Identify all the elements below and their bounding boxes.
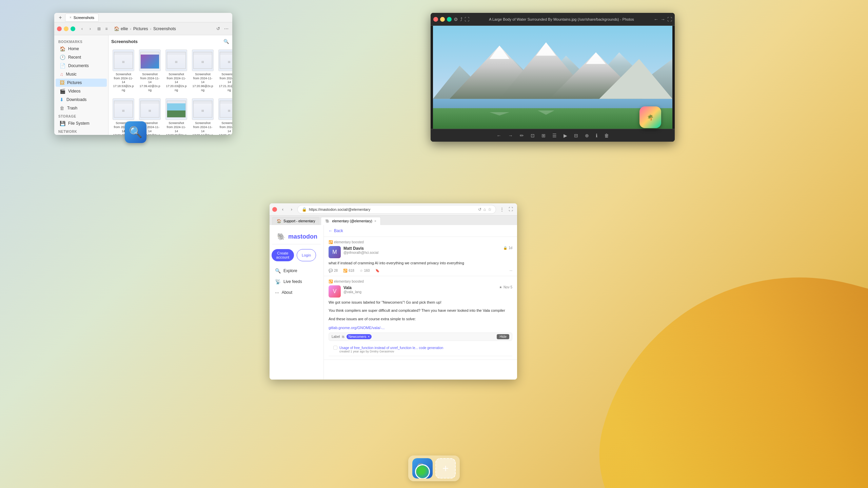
file-item[interactable]: ▤ Screenshot from 2024-11-14 17:28.45@2x… xyxy=(217,96,232,135)
photos-expand-button[interactable]: ⛶ xyxy=(667,17,672,22)
photos-share-icon[interactable]: ⤴ xyxy=(460,17,462,22)
reload-icon[interactable]: ↺ xyxy=(478,207,481,212)
issue-checkbox[interactable] xyxy=(333,346,337,350)
mastodon-nav-about[interactable]: ··· About xyxy=(272,288,321,297)
view-list-button[interactable]: ⊞ xyxy=(96,25,102,32)
browser-window: ‹ › 🔒 https://mastodon.social/@elementar… xyxy=(270,203,517,380)
photos-settings-icon[interactable]: ⚙ xyxy=(454,17,458,22)
browser-maximize-button[interactable]: ⛶ xyxy=(507,206,514,213)
window-close-button[interactable] xyxy=(57,26,62,31)
sidebar-item-home[interactable]: 🏠 Home xyxy=(56,45,107,53)
breadcrumb-pictures[interactable]: Pictures xyxy=(133,26,148,31)
photos-adjust-btn[interactable]: ☰ xyxy=(551,131,558,140)
issue-link[interactable]: Usage of free_function instead of unref_… xyxy=(339,346,443,350)
post-1-reply-action[interactable]: 💬 28 xyxy=(329,269,338,272)
file-item[interactable]: Screenshot from 2024-11-14 17:39.42@2x.p… xyxy=(138,47,162,94)
file-item[interactable]: ▤ Screenshot from 2024-11-14 17:28.11@2x… xyxy=(191,96,215,135)
browser-tab-mastodon[interactable]: 🐘 elementary (@elementary) × xyxy=(321,217,380,225)
window-maximize-button[interactable] xyxy=(71,26,75,31)
photos-mode-btn[interactable]: ⊟ xyxy=(573,131,579,140)
file-item[interactable]: Screenshot from 2024-11-14 17:27.25@2x.p… xyxy=(164,96,189,135)
photos-info-btn[interactable]: ℹ xyxy=(594,131,599,140)
titlebar-actions: ↺ ⋯ xyxy=(215,25,230,32)
sidebar-filesystem-label: File System xyxy=(68,121,90,126)
sidebar-item-downloads[interactable]: ⬇ Downloads xyxy=(56,96,107,104)
browser-forward-button[interactable]: › xyxy=(288,206,295,213)
file-thumbnail xyxy=(165,98,187,120)
post-1-user-info: Matt Davis @jnfmorath@hci.social xyxy=(343,246,500,255)
post-1-boost-action[interactable]: 🔁 618 xyxy=(343,269,354,272)
back-label: Back xyxy=(334,228,343,233)
filter-tag: Newcomers × xyxy=(347,334,372,339)
photos-edit-btn[interactable]: ✏ xyxy=(518,131,525,140)
file-item[interactable]: ▤ Screenshot from 2024-11-14 17:18.53@2x… xyxy=(111,47,136,94)
refresh-button[interactable]: ↺ xyxy=(215,25,221,32)
photos-zoom-btn[interactable]: ⊕ xyxy=(584,131,590,140)
floating-search-icon[interactable]: 🔍 xyxy=(125,121,146,143)
sidebar-item-documents[interactable]: 📄 Documents xyxy=(56,62,107,70)
mastodon-back-button[interactable]: ← Back xyxy=(329,228,343,233)
dock-search-app[interactable]: 🔍 xyxy=(412,458,433,479)
search-button[interactable]: 🔍 xyxy=(223,38,230,45)
tab-close-icon[interactable]: × xyxy=(374,219,376,223)
photos-next-button[interactable]: → xyxy=(660,17,665,22)
photos-maximize-button[interactable] xyxy=(447,17,452,22)
sidebar-item-recent[interactable]: 🕐 Recent xyxy=(56,53,107,61)
mastodon-nav-live-feeds[interactable]: 📡 Live feeds xyxy=(272,277,321,286)
photos-slideshow-btn[interactable]: ▶ xyxy=(562,131,569,140)
forward-button[interactable]: › xyxy=(87,25,94,32)
more-button[interactable]: ⋯ xyxy=(223,25,230,32)
sidebar-item-pictures[interactable]: 🖼 Pictures xyxy=(56,79,107,87)
browser-tab-support[interactable]: 🏠 Support - elementary xyxy=(272,217,319,225)
photos-prev-button[interactable]: ← xyxy=(654,17,658,22)
tab-close-btn[interactable]: × xyxy=(70,16,72,19)
photos-minimize-button[interactable] xyxy=(440,17,445,22)
photos-delete-btn[interactable]: 🗑 xyxy=(603,131,610,140)
post-1-favorite-action[interactable]: ☆ 160 xyxy=(360,269,370,272)
new-tab-button[interactable]: + xyxy=(57,14,64,21)
browser-tabbar: 🏠 Support - elementary 🐘 elementary (@el… xyxy=(270,216,517,225)
photos-close-button[interactable] xyxy=(433,17,438,22)
window-minimize-button[interactable] xyxy=(64,26,68,31)
file-item[interactable]: ▤ Screenshot from 2024-11-14 17:20.96@2x… xyxy=(191,47,215,94)
post-1-bookmark-action[interactable]: 🔖 xyxy=(375,269,379,272)
post-2-link[interactable]: gitlab.gnome.org/GNOME/vala/-... xyxy=(329,326,385,330)
sidebar-item-trash[interactable]: 🗑 Trash xyxy=(56,104,107,112)
sidebar-item-filesystem[interactable]: 💾 File System xyxy=(56,119,107,127)
breadcrumb-screenshots[interactable]: Screenshots xyxy=(153,26,176,31)
login-button[interactable]: Login xyxy=(297,249,316,261)
breadcrumb-sep-1: › xyxy=(130,27,131,31)
home-icon[interactable]: ⌂ xyxy=(484,207,486,212)
file-item[interactable]: ▤ Screenshot from 2024-11-14 17:20.03@2x… xyxy=(164,47,189,94)
browser-back-button[interactable]: ‹ xyxy=(279,206,287,213)
mastodon-nav-explore[interactable]: 🔍 Explore xyxy=(272,266,321,276)
photos-fullscreen-icon[interactable]: ⛶ xyxy=(465,17,469,22)
file-name: Screenshot from 2024-11-14 17:28.11@2x.p… xyxy=(192,121,214,135)
back-button[interactable]: ‹ xyxy=(79,25,85,32)
browser-close-button[interactable] xyxy=(272,207,277,212)
file-thumbnail: ▤ xyxy=(165,49,187,71)
photos-filter-btn[interactable]: ⊞ xyxy=(540,131,547,140)
photos-back-nav[interactable]: ← xyxy=(495,131,503,140)
downloads-sidebar-icon: ⬇ xyxy=(60,97,64,102)
photos-crop-btn[interactable]: ⊡ xyxy=(529,131,536,140)
create-account-button[interactable]: Create account xyxy=(272,249,294,261)
sidebar-item-videos[interactable]: 🎬 Videos xyxy=(56,87,107,95)
view-grid-button[interactable]: ≡ xyxy=(103,25,110,32)
photos-forward-nav[interactable]: → xyxy=(507,131,514,140)
sidebar-item-music[interactable]: ♫ Music xyxy=(56,70,107,78)
file-manager-sidebar: Bookmarks 🏠 Home 🕐 Recent 📄 Documents ♫ … xyxy=(54,35,108,135)
browser-url-bar[interactable]: 🔒 https://mastodon.social/@elementary ↺ … xyxy=(297,205,496,214)
screenshots-tab[interactable]: × Screenshots xyxy=(65,14,99,22)
filter-tag-close[interactable]: × xyxy=(368,335,370,339)
filter-hide-button[interactable]: Hide xyxy=(497,334,509,339)
star-icon[interactable]: ☆ xyxy=(488,207,492,212)
file-item[interactable]: ▤ Screenshot from 2024-11-14 17:21.31@2x… xyxy=(217,47,232,94)
post-1-more-action[interactable]: ··· xyxy=(510,269,512,272)
sidebar-item-network[interactable]: 🌐 Network xyxy=(56,135,107,135)
photos-image xyxy=(431,26,675,129)
dock-add-item[interactable]: + xyxy=(435,458,456,479)
browser-settings-button[interactable]: ⋮ xyxy=(498,206,506,213)
boosted-by-2-text: elementary boosted xyxy=(334,280,364,283)
breadcrumb-home[interactable]: 🏠 ellie xyxy=(114,26,128,31)
